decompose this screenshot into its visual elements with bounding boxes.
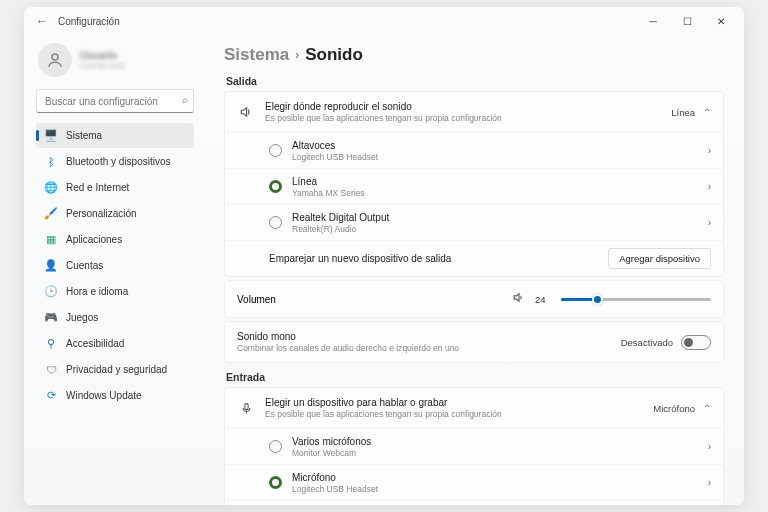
nav-item[interactable]: 🌐Red e Internet — [36, 175, 194, 200]
chevron-right-icon: › — [708, 217, 711, 228]
search-icon: ⌕ — [182, 94, 188, 105]
device-row[interactable]: MicrófonoLogitech USB Headset › — [225, 464, 723, 500]
device-title: Línea — [292, 176, 698, 187]
nav-label: Red e Internet — [66, 182, 129, 193]
nav-icon: 🖥️ — [44, 129, 58, 143]
volume-icon[interactable] — [512, 291, 525, 307]
mono-sub: Combinar los canales de audio derecho e … — [237, 343, 611, 353]
output-current-value: Línea — [671, 107, 695, 118]
nav-item[interactable]: 🖥️Sistema — [36, 123, 194, 148]
mono-toggle[interactable] — [681, 335, 711, 350]
speaker-icon — [237, 105, 255, 119]
radio-button[interactable] — [269, 144, 282, 157]
minimize-button[interactable]: ─ — [636, 7, 670, 35]
chevron-right-icon: › — [708, 477, 711, 488]
mic-icon — [237, 402, 255, 415]
volume-row: Volumen 24 — [225, 281, 723, 317]
input-choose-sub: Es posible que las aplicaciones tengan s… — [265, 409, 643, 419]
pair-output-row: Emparejar un nuevo dispositivo de salida… — [225, 240, 723, 276]
nav-label: Accesibilidad — [66, 338, 124, 349]
device-row[interactable]: Realtek Digital OutputRealtek(R) Audio › — [225, 204, 723, 240]
titlebar: ← Configuración ─ ☐ ✕ — [24, 7, 744, 35]
device-row[interactable]: AltavocesLogitech USB Headset › — [225, 132, 723, 168]
nav-icon: ⟳ — [44, 389, 58, 403]
nav-icon: 🛡 — [44, 363, 58, 377]
volume-card: Volumen 24 — [224, 280, 724, 318]
device-sub: Logitech USB Headset — [292, 152, 698, 162]
nav-item[interactable]: 👤Cuentas — [36, 253, 194, 278]
settings-window: ← Configuración ─ ☐ ✕ Usuario Cuenta loc… — [24, 7, 744, 505]
input-current-value: Micrófono — [653, 403, 695, 414]
close-button[interactable]: ✕ — [704, 7, 738, 35]
input-choose-card: Elegir un dispositivo para hablar o grab… — [224, 387, 724, 505]
user-block[interactable]: Usuario Cuenta local — [36, 39, 194, 87]
nav-label: Bluetooth y dispositivos — [66, 156, 171, 167]
user-name: Usuario — [80, 50, 124, 61]
output-choose-row[interactable]: Elegir dónde reproducir el sonido Es pos… — [225, 92, 723, 132]
nav-label: Aplicaciones — [66, 234, 122, 245]
device-title: Micrófono — [292, 472, 698, 483]
svg-rect-1 — [244, 403, 247, 409]
nav-label: Sistema — [66, 130, 102, 141]
avatar — [38, 43, 72, 77]
sidebar: Usuario Cuenta local ⌕ 🖥️SistemaᛒBluetoo… — [24, 35, 202, 505]
nav-icon: ᛒ — [44, 155, 58, 169]
nav-item[interactable]: 🕒Hora e idioma — [36, 279, 194, 304]
nav-item[interactable]: 🖌️Personalización — [36, 201, 194, 226]
device-title: Realtek Digital Output — [292, 212, 698, 223]
chevron-up-icon: ⌃ — [703, 107, 711, 118]
chevron-right-icon: › — [708, 181, 711, 192]
device-sub: Realtek(R) Audio — [292, 224, 698, 234]
breadcrumb-parent[interactable]: Sistema — [224, 45, 289, 65]
search-input[interactable] — [36, 89, 194, 113]
radio-button[interactable] — [269, 440, 282, 453]
mono-state: Desactivado — [621, 337, 673, 348]
chevron-right-icon: › — [708, 145, 711, 156]
nav-label: Personalización — [66, 208, 137, 219]
mono-title: Sonido mono — [237, 331, 611, 342]
device-row[interactable]: LíneaYamaha MX Series › — [225, 168, 723, 204]
device-sub: Yamaha MX Series — [292, 188, 698, 198]
radio-button[interactable] — [269, 476, 282, 489]
device-row[interactable]: Varios micrófonosMonitor Webcam › — [225, 428, 723, 464]
device-sub: Monitor Webcam — [292, 448, 698, 458]
nav-item[interactable]: ⚲Accesibilidad — [36, 331, 194, 356]
radio-button[interactable] — [269, 216, 282, 229]
nav-item[interactable]: ᛒBluetooth y dispositivos — [36, 149, 194, 174]
device-title: Altavoces — [292, 140, 698, 151]
device-title: Varios micrófonos — [292, 436, 698, 447]
main-content[interactable]: Sistema › Sonido Salida Elegir dónde rep… — [202, 35, 744, 505]
input-choose-title: Elegir un dispositivo para hablar o grab… — [265, 397, 643, 408]
volume-slider[interactable] — [561, 298, 711, 301]
nav-item[interactable]: 🎮Juegos — [36, 305, 194, 330]
chevron-right-icon: › — [708, 441, 711, 452]
input-heading: Entrada — [226, 371, 724, 383]
back-button[interactable]: ← — [30, 14, 54, 28]
output-choose-card: Elegir dónde reproducir el sonido Es pos… — [224, 91, 724, 277]
nav-label: Juegos — [66, 312, 98, 323]
svg-point-0 — [52, 54, 58, 60]
volume-value: 24 — [535, 294, 551, 305]
nav-icon: 🎮 — [44, 311, 58, 325]
nav-item[interactable]: ▦Aplicaciones — [36, 227, 194, 252]
mono-card: Sonido mono Combinar los canales de audi… — [224, 321, 724, 363]
user-sub: Cuenta local — [80, 61, 124, 70]
nav: 🖥️SistemaᛒBluetooth y dispositivos🌐Red e… — [36, 123, 194, 408]
radio-button[interactable] — [269, 180, 282, 193]
nav-label: Privacidad y seguridad — [66, 364, 167, 375]
nav-label: Windows Update — [66, 390, 142, 401]
breadcrumb: Sistema › Sonido — [224, 45, 724, 65]
chevron-up-icon: ⌃ — [703, 403, 711, 414]
output-heading: Salida — [226, 75, 724, 87]
output-choose-title: Elegir dónde reproducir el sonido — [265, 101, 661, 112]
nav-icon: ▦ — [44, 233, 58, 247]
add-device-button[interactable]: Agregar dispositivo — [608, 248, 711, 269]
volume-label: Volumen — [237, 294, 502, 305]
pair-output-label: Emparejar un nuevo dispositivo de salida — [269, 253, 598, 264]
input-choose-row[interactable]: Elegir un dispositivo para hablar o grab… — [225, 388, 723, 428]
device-row[interactable]: LíneaYamaha MX Series › — [225, 500, 723, 505]
nav-item[interactable]: 🛡Privacidad y seguridad — [36, 357, 194, 382]
maximize-button[interactable]: ☐ — [670, 7, 704, 35]
nav-item[interactable]: ⟳Windows Update — [36, 383, 194, 408]
nav-label: Hora e idioma — [66, 286, 128, 297]
